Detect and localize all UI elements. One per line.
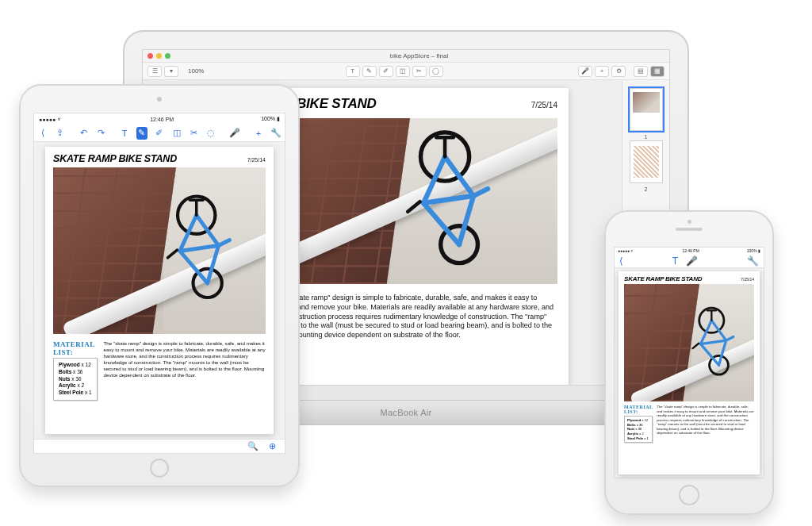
doc-description: The "skate ramp" design is simple to fab…	[104, 340, 266, 401]
clock: 12:46 PM	[682, 248, 699, 253]
iphone-status-bar: ●●●●● ᯤ 12:46 PM 100% ▮	[615, 248, 764, 254]
redo-button[interactable]: ↷	[95, 127, 106, 140]
material-label: MATERIAL LIST:	[624, 405, 653, 414]
eraser-tool[interactable]: ◫	[396, 66, 410, 77]
iphone-toolbar: ⟨ T 🎤 🔧	[615, 254, 764, 268]
scissors-tool[interactable]: ✂	[189, 127, 200, 140]
zoom-in-button[interactable]: ⊕	[266, 440, 278, 453]
doc-description: The "skate ramp" design is simple to fab…	[275, 294, 557, 377]
share-button[interactable]: ⇪	[55, 127, 66, 140]
material-label: MATERIAL LIST:	[53, 340, 98, 356]
iphone-canvas[interactable]: SKATE RAMP BIKE STAND 7/25/14	[615, 268, 764, 478]
carrier-signal: ●●●●● ᯤ	[618, 248, 635, 253]
iphone-device: ●●●●● ᯤ 12:46 PM 100% ▮ ⟨ T 🎤 🔧 SKATE RA…	[604, 210, 774, 515]
back-button[interactable]: ⟨	[37, 127, 48, 140]
ipad-status-bar: ●●●●● ᯤ 12:46 PM 100% ▮	[34, 113, 285, 125]
settings-button[interactable]: 🔧	[270, 127, 282, 140]
ipad-camera	[157, 97, 162, 102]
pen-tool[interactable]: ✎	[362, 66, 377, 77]
back-button[interactable]: ⟨	[619, 255, 623, 267]
carrier-signal: ●●●●● ᯤ	[39, 117, 63, 122]
settings-button[interactable]: ⚙	[611, 66, 626, 77]
document-page: SKATE RAMP BIKE STAND 7/25/14	[619, 271, 760, 474]
sidebar-toggle-button[interactable]: ☰	[147, 66, 162, 77]
doc-date: 7/25/14	[531, 101, 557, 109]
ipad-toolbar: ⟨ ⇪ ↶ ↷ T ✎ ✐ ◫ ✂ ◌ 🎤 + 🔧	[34, 125, 285, 142]
microphone-button[interactable]: 🎤	[229, 127, 240, 140]
bike-sketch-icon	[679, 286, 752, 394]
scissors-tool[interactable]: ✂	[412, 66, 427, 77]
pencil-tool[interactable]: ✐	[154, 127, 165, 140]
minimize-button[interactable]	[156, 53, 162, 59]
mic-tool[interactable]: 🎤	[578, 66, 592, 77]
iphone-screen: ●●●●● ᯤ 12:46 PM 100% ▮ ⟨ T 🎤 🔧 SKATE RA…	[614, 247, 764, 478]
doc-date: 7/25/14	[247, 157, 266, 163]
material-section: MATERIAL LIST: Plywood x 12 Bolts x 36 N…	[624, 405, 653, 443]
mac-toolbar: ☰ ▾ 100% T ✎ ✐ ◫ ✂ ◯ 🎤	[143, 63, 669, 80]
doc-title: SKATE RAMP BIKE STAND	[624, 275, 702, 282]
iphone-camera	[688, 220, 691, 224]
window-title: bike AppStore – final	[174, 52, 665, 60]
ipad-device: ●●●●● ᯤ 12:46 PM 100% ▮ ⟨ ⇪ ↶ ↷ T ✎ ✐ ◫ …	[19, 84, 300, 487]
ipad-home-button[interactable]	[150, 459, 169, 478]
material-list: Plywood x 12 Bolts x 36 Nuts x 36 Acryli…	[53, 358, 98, 401]
doc-photo	[53, 167, 266, 334]
battery-status: 100% ▮	[747, 248, 760, 253]
marker-tool[interactable]: ✎	[136, 127, 147, 140]
close-button[interactable]	[147, 53, 153, 59]
mac-titlebar: bike AppStore – final	[143, 50, 669, 63]
settings-button[interactable]: 🔧	[747, 255, 759, 267]
undo-button[interactable]: ↶	[79, 127, 90, 140]
thumbnail-view-button[interactable]: ▦	[650, 66, 665, 77]
page-thumbnail-2[interactable]: 2	[630, 140, 663, 183]
doc-description: The "skate ramp" design is simple to fab…	[657, 405, 754, 443]
page-thumbnail-1[interactable]: 1	[630, 88, 663, 131]
text-tool[interactable]: T	[119, 127, 130, 140]
zoom-level[interactable]: 100%	[182, 67, 210, 75]
shape-tool[interactable]: ◯	[429, 66, 443, 77]
device-showcase: bike AppStore – final ☰ ▾ 100% T ✎ ✐ ◫ ✂	[0, 0, 812, 526]
ipad-screen: ●●●●● ᯤ 12:46 PM 100% ▮ ⟨ ⇪ ↶ ↷ T ✎ ✐ ◫ …	[33, 113, 285, 454]
highlighter-tool[interactable]: ✐	[379, 66, 393, 77]
text-tool[interactable]: T	[346, 66, 360, 77]
add-button[interactable]: +	[253, 127, 264, 140]
ipad-canvas[interactable]: SKATE RAMP BIKE STAND 7/25/14	[34, 142, 285, 439]
bike-sketch-icon	[368, 125, 536, 267]
doc-photo	[624, 284, 754, 401]
zoom-out-button[interactable]: 🔍	[247, 440, 259, 453]
eraser-tool[interactable]: ◫	[171, 127, 182, 140]
material-list: Plywood x 12 Bolts x 36 Nuts x 36 Acryli…	[624, 416, 653, 443]
page-view-button[interactable]: ▤	[634, 66, 648, 77]
lasso-tool[interactable]: ◌	[205, 127, 216, 140]
iphone-home-button[interactable]	[679, 485, 699, 505]
microphone-button[interactable]: 🎤	[686, 255, 698, 267]
material-section: MATERIAL LIST: Plywood x 12 Bolts x 36 N…	[53, 340, 98, 401]
clock: 12:46 PM	[150, 117, 174, 122]
text-tool[interactable]: T	[672, 255, 678, 267]
view-button[interactable]: ▾	[164, 66, 178, 77]
iphone-speaker	[676, 228, 703, 231]
document-page: SKATE RAMP BIKE STAND 7/25/14	[45, 147, 274, 434]
doc-title: SKATE RAMP BIKE STAND	[53, 153, 177, 164]
add-button[interactable]: +	[595, 66, 609, 77]
doc-date: 7/25/14	[741, 277, 754, 282]
ipad-footer: 🔍 ⊕	[34, 439, 285, 453]
fullscreen-button[interactable]	[165, 53, 170, 59]
bike-sketch-icon	[147, 171, 257, 321]
macbook-brand-label: MacBook Air	[380, 408, 431, 417]
battery-status: 100% ▮	[261, 116, 280, 122]
